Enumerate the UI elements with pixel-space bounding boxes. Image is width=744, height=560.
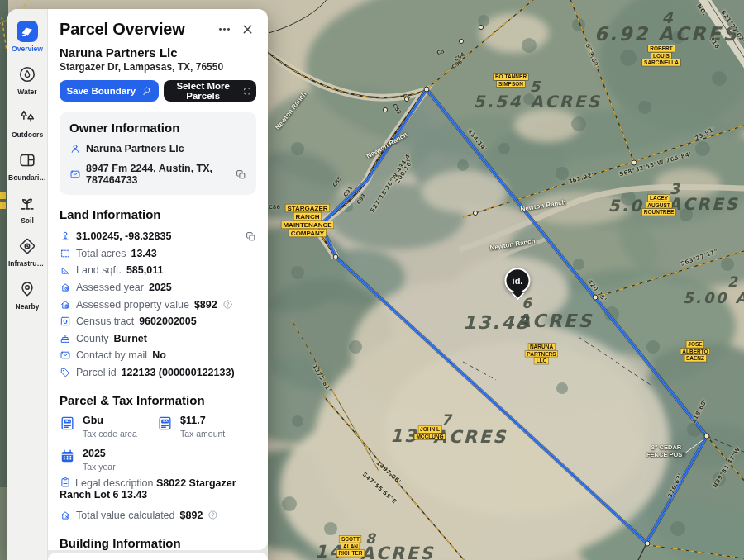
map-owner-label[interactable]: LACEYAUGUSTROUNTREE [642, 195, 675, 216]
map-owner-label[interactable]: JOSEALBERTOSAENZ [680, 341, 709, 362]
parcel-address: Stargazer Dr, Lampasas, TX, 76550 [60, 61, 256, 73]
app-dock: OverviewWaterOutdoorsBoundariesSoilInfra… [7, 9, 268, 560]
owner-name-value: Naruna Partners Llc [86, 143, 184, 154]
map-owner-label-line: LACEY [648, 195, 670, 202]
close-icon[interactable] [238, 20, 256, 38]
sidebar-item-label: Outdoors [12, 131, 43, 139]
calc-house-icon [60, 510, 71, 521]
boundaries-icon [17, 149, 38, 171]
dashed-square-icon [60, 248, 71, 259]
map-owner-label-line: BO TANNER [494, 74, 528, 80]
save-boundary-button[interactable]: Save Boundary [60, 80, 159, 102]
map-owner-label-line: JOHN L [418, 426, 441, 433]
sidebar-item-label: Soil [21, 216, 34, 225]
map-owner-label[interactable]: ROBERTLOUISSARCINELLA [642, 45, 680, 66]
land-info-value: $892 [194, 299, 217, 311]
parcel-tax-heading: Parcel & Tax Information [60, 393, 256, 407]
map-owner-label[interactable]: BO TANNERSIMPSON [494, 74, 528, 87]
land-info-row: 31.00245, -98.32835 [60, 228, 256, 245]
land-info-row: Contact by mailNo [60, 347, 256, 364]
tax-card: TAXGbuTax code area [60, 415, 157, 439]
map-owner-label-line: ROUNTREE [642, 209, 675, 216]
sidebar-item-nearby[interactable]: Nearby [7, 273, 47, 316]
land-info-label: County [76, 333, 109, 344]
sidebar-item-label: Nearby [16, 302, 40, 311]
map-owner-label-line: COMPANY [289, 230, 326, 237]
total-value-row: Total value calculated $892 [60, 506, 256, 524]
land-info-value: 31.00245, -98.32835 [76, 230, 171, 242]
map-owner-label-line: AUGUST [646, 202, 671, 208]
overflow-menu-icon[interactable] [215, 20, 233, 38]
sidebar-item-soil[interactable]: Soil [7, 187, 47, 230]
land-info-label: Contact by mail [76, 349, 147, 361]
sidebar-item-water[interactable]: Water [7, 59, 47, 102]
svg-text:TAX: TAX [162, 420, 168, 424]
select-more-parcels-button[interactable]: Select More Parcels [164, 80, 256, 102]
land-info-row: $Assessed property value$892 [60, 296, 256, 313]
tax-card-label: Tax code area [83, 429, 137, 439]
save-boundary-label: Save Boundary [66, 86, 136, 96]
select-more-parcels-label: Select More Parcels [169, 81, 238, 101]
next-section-card[interactable] [48, 553, 268, 560]
select-frame-icon [243, 86, 251, 97]
map-owner-label-line: SCOTT [340, 536, 361, 543]
tax-card-label: Tax amount [180, 429, 225, 439]
land-info-row: Assessed year2025 [60, 279, 256, 297]
parcel-owner-name: Naruna Partners Llc [60, 45, 256, 59]
county-icon [60, 333, 71, 344]
tax-card-value: 2025 [83, 448, 116, 459]
sidebar-item-label: Water [17, 88, 36, 96]
envelope-icon [60, 349, 71, 361]
house-value-icon: $ [60, 299, 71, 311]
page-title: Parcel Overview [60, 20, 210, 39]
land-info-label: Assessed year [76, 282, 144, 293]
map-owner-label[interactable]: JOHN LMCCLUNG [414, 426, 445, 439]
svg-text:TAX: TAX [64, 420, 70, 424]
map-owner-label[interactable]: NARUNAPARTNERSLLC [525, 344, 557, 364]
map-owner-label-line: RANCH [294, 213, 322, 221]
owner-mail-value: 8947 Fm 2244, Austin, TX, 787464733 [86, 163, 226, 186]
parcel-id-pin[interactable]: id. [505, 268, 531, 293]
map-owner-label-line: STARGAZER [285, 205, 329, 212]
nearby-icon [17, 278, 38, 300]
land-info-label: Total acres [76, 248, 126, 259]
land-information-rows: 31.00245, -98.32835Total acres13.43Land … [60, 228, 256, 381]
tax-card-label: Tax year [83, 462, 116, 472]
land-info-label: Census tract [76, 316, 134, 327]
map-owner-label-line: MCCLUNG [414, 434, 445, 440]
land-info-value: 13.43 [131, 248, 156, 259]
land-info-row: Land sqft.585,011 [60, 262, 256, 279]
map-owner-label[interactable]: SCOTTALANRICHTER [337, 536, 365, 557]
house-census-icon [60, 316, 71, 327]
area-icon [60, 264, 71, 276]
tax-card: 2025Tax year [60, 448, 157, 472]
copy-icon[interactable] [236, 169, 246, 180]
action-buttons: Save Boundary Select More Parcels [60, 80, 256, 102]
parcel-overview-panel[interactable]: Parcel Overview Naruna Partners Llc Star… [48, 9, 268, 550]
copy-icon[interactable] [246, 231, 256, 242]
calendar-icon [60, 448, 75, 464]
land-info-row: Census tract9602002005 [60, 313, 256, 330]
sidebar-item-infrastruc[interactable]: Infrastruc... [7, 230, 47, 273]
map-owner-label-line: SIMPSON [497, 81, 525, 88]
parcel-tag-icon [60, 367, 71, 378]
sidebar-item-outdoors[interactable]: Outdoors [7, 102, 47, 145]
map-owner-label-line: LLC [535, 358, 549, 364]
help-icon[interactable] [207, 510, 218, 520]
house-year-icon [60, 282, 71, 293]
land-info-value: 585,011 [126, 264, 164, 276]
legal-description-row: Legal description S8022 Stargazer Ranch … [60, 477, 256, 501]
map-owner-label-line: ALBERTO [680, 348, 709, 354]
land-information-heading: Land Information [60, 207, 256, 221]
pin-label: id. [513, 276, 523, 286]
help-icon[interactable] [222, 299, 233, 310]
tax-card-value: $11.7 [180, 415, 225, 426]
sidebar-item-overview[interactable]: Overview [7, 16, 47, 59]
legal-description-label: Legal description [75, 477, 154, 489]
tax-cards: TAXGbuTax code areaTAX$11.7Tax amount202… [60, 415, 256, 472]
sidebar-item-boundaries[interactable]: Boundaries [7, 145, 47, 187]
land-info-row: Total acres13.43 [60, 245, 256, 263]
sidebar-item-label: Overview [12, 45, 43, 53]
map-owner-label[interactable]: STARGAZERRANCHMAINTENANCECOMPANY [281, 205, 333, 237]
outdoors-icon [17, 107, 38, 128]
